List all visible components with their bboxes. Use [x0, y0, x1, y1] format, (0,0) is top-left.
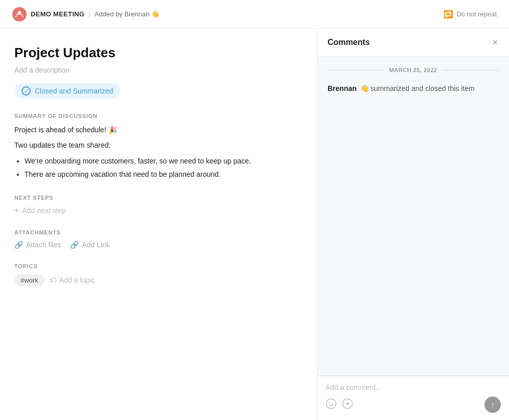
footer-icons-left — [326, 398, 353, 412]
comments-title: Comments — [328, 38, 370, 47]
top-bar: DEMO MEETING | Added by Brennan 👋 🔁 Do n… — [0, 0, 509, 29]
attachment-button[interactable] — [342, 398, 353, 412]
added-by: Added by Brennan 👋 — [95, 10, 159, 18]
summary-text: Project is ahead of schedule! 🎉 Two upda… — [14, 124, 303, 180]
svg-point-2 — [329, 402, 330, 403]
top-bar-left: DEMO MEETING | Added by Brennan 👋 — [12, 7, 159, 21]
add-link-label: Add Link — [82, 241, 109, 249]
status-badge-label: Closed and Summarized — [35, 87, 113, 95]
main-layout: Project Updates Add a description ✓ Clos… — [0, 29, 509, 420]
comment-input-row — [326, 383, 501, 391]
summary-section: SUMMARY OF DISCUSSION Project is ahead o… — [14, 113, 303, 180]
summary-line2: Two updates the team shared: — [14, 139, 303, 151]
tag-icon: 🏷 — [50, 276, 57, 284]
left-panel: Project Updates Add a description ✓ Clos… — [0, 29, 317, 420]
comments-footer: ↑ — [317, 376, 509, 420]
summary-bullet2: There are upcoming vacation that need to… — [25, 169, 303, 180]
repeat-label: Do not repeat — [456, 10, 497, 18]
attachments-label: ATTACHMENTS — [14, 229, 303, 236]
comments-panel: Comments × MARCH 25, 2022 Brennan 👋 summ… — [317, 29, 509, 420]
svg-point-3 — [332, 402, 333, 403]
svg-point-1 — [327, 399, 336, 408]
status-badge[interactable]: ✓ Closed and Summarized — [14, 83, 120, 99]
topic-tag-work[interactable]: #work — [14, 274, 44, 286]
footer-icons: ↑ — [326, 396, 501, 413]
attach-icon: 🔗 — [14, 241, 23, 249]
repeat-icon: 🔁 — [444, 10, 453, 19]
comment-input[interactable] — [326, 383, 501, 391]
comments-body: MARCH 25, 2022 Brennan 👋 summarized and … — [317, 57, 509, 376]
link-icon: 🔗 — [70, 241, 79, 249]
emoji-button[interactable] — [326, 398, 337, 412]
add-next-step-button[interactable]: + Add next step — [14, 206, 303, 215]
separator: | — [88, 10, 90, 18]
close-button[interactable]: × — [491, 37, 499, 48]
add-link-button[interactable]: 🔗 Add Link — [70, 241, 109, 249]
comment-text: summarized and closed this item — [371, 83, 475, 94]
add-topic-button[interactable]: 🏷 Add a topic — [50, 276, 95, 284]
check-icon: ✓ — [21, 86, 31, 96]
summary-line1: Project is ahead of schedule! 🎉 — [14, 124, 303, 135]
topics-label: TOPICS — [14, 263, 303, 269]
topics-row: #work 🏷 Add a topic — [14, 274, 303, 286]
add-topic-label: Add a topic — [59, 276, 95, 284]
description-placeholder[interactable]: Add a description — [14, 66, 303, 74]
date-divider: MARCH 25, 2022 — [328, 67, 499, 73]
summary-label: SUMMARY OF DISCUSSION — [14, 113, 303, 119]
attachments-section: ATTACHMENTS 🔗 Attach files 🔗 Add Link — [14, 229, 303, 249]
date-label: MARCH 25, 2022 — [389, 67, 437, 73]
plus-icon: + — [14, 206, 19, 215]
comment-emoji: 👋 — [360, 83, 369, 94]
attach-files-button[interactable]: 🔗 Attach files — [14, 241, 61, 249]
next-steps-section: NEXT STEPS + Add next step — [14, 195, 303, 215]
send-icon: ↑ — [491, 401, 495, 409]
comments-header: Comments × — [317, 29, 509, 57]
comment-item: Brennan 👋 summarized and closed this ite… — [328, 83, 499, 94]
topics-section: TOPICS #work 🏷 Add a topic — [14, 263, 303, 286]
top-bar-right[interactable]: 🔁 Do not repeat — [444, 10, 497, 19]
avatar — [12, 7, 27, 21]
send-button[interactable]: ↑ — [484, 396, 501, 413]
attach-files-label: Attach files — [26, 241, 61, 249]
attachments-row: 🔗 Attach files 🔗 Add Link — [14, 241, 303, 249]
meeting-title: DEMO MEETING — [31, 10, 84, 18]
page-title: Project Updates — [14, 45, 303, 61]
summary-bullet1: We're onboarding more customers, faster,… — [25, 155, 303, 167]
comment-author: Brennan — [328, 83, 357, 94]
add-next-step-label: Add next step — [22, 206, 66, 215]
next-steps-label: NEXT STEPS — [14, 195, 303, 201]
